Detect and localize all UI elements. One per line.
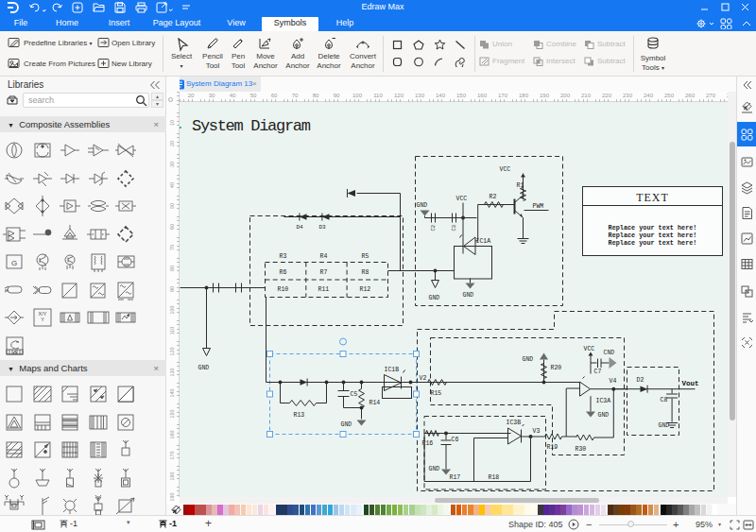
- svg-text:V3: V3: [533, 428, 541, 435]
- svg-text:R16: R16: [422, 440, 434, 447]
- svg-text:R7: R7: [320, 269, 328, 276]
- svg-text:R12: R12: [360, 286, 371, 293]
- svg-text:VCC: VCC: [584, 346, 595, 352]
- svg-text:GND: GND: [598, 412, 610, 419]
- svg-text:R14: R14: [369, 400, 381, 406]
- svg-text:R2: R2: [490, 194, 497, 200]
- svg-text:C3: C3: [451, 225, 457, 232]
- svg-text:Replace your text here!: Replace your text here!: [609, 224, 697, 232]
- svg-text:R18: R18: [489, 474, 500, 481]
- svg-text:GND: GND: [417, 202, 428, 209]
- svg-text:R4: R4: [320, 253, 328, 260]
- svg-text:R15: R15: [431, 390, 442, 397]
- svg-text:R13: R13: [294, 412, 305, 419]
- svg-text:CND: CND: [604, 350, 615, 356]
- svg-text:GND: GND: [198, 365, 210, 371]
- svg-text:R3: R3: [280, 253, 287, 260]
- svg-text:R30: R30: [576, 446, 587, 453]
- svg-text:Replace your text here!: Replace your text here!: [609, 232, 697, 239]
- svg-text:R10: R10: [278, 286, 289, 293]
- svg-text:GND: GND: [659, 422, 670, 429]
- svg-text:R11: R11: [318, 286, 330, 293]
- svg-text:G: G: [11, 259, 17, 267]
- svg-text:C8: C8: [661, 397, 668, 403]
- svg-text:Replace your text here!: Replace your text here!: [609, 239, 697, 247]
- svg-text:D4: D4: [297, 224, 304, 231]
- svg-text:R1: R1: [517, 182, 524, 189]
- svg-text:IC1A: IC1A: [476, 238, 491, 245]
- svg-text:VCC: VCC: [500, 166, 511, 173]
- svg-text:R19: R19: [547, 444, 558, 451]
- svg-text:R20: R20: [551, 365, 562, 371]
- svg-text:R8: R8: [362, 269, 369, 276]
- svg-text:PWM: PWM: [533, 203, 544, 210]
- svg-text:V2: V2: [420, 375, 427, 382]
- svg-text:Y: Y: [41, 317, 44, 322]
- svg-text:GND: GND: [429, 466, 440, 472]
- svg-text:IC3B: IC3B: [507, 420, 522, 426]
- svg-text:D3: D3: [319, 224, 327, 231]
- svg-text:TEXT: TEXT: [636, 191, 669, 204]
- svg-text:GND: GND: [429, 295, 440, 301]
- svg-text:GND: GND: [463, 292, 474, 299]
- svg-text:C6: C6: [452, 437, 459, 443]
- svg-text:D2: D2: [637, 377, 644, 384]
- svg-text:R6: R6: [280, 269, 287, 276]
- svg-text:V4: V4: [610, 378, 617, 385]
- svg-text:R17: R17: [450, 474, 461, 481]
- svg-text:GND: GND: [523, 356, 534, 363]
- svg-text:IC1B: IC1B: [385, 367, 400, 373]
- svg-text:C2: C2: [430, 225, 437, 232]
- svg-text:GND: GND: [341, 421, 352, 428]
- svg-text:IC3A: IC3A: [596, 398, 611, 404]
- svg-text:C7: C7: [594, 369, 602, 375]
- svg-text:R5: R5: [362, 253, 369, 260]
- svg-text:C5: C5: [351, 391, 358, 398]
- svg-text:VCC: VCC: [456, 196, 468, 202]
- svg-text:Vout: Vout: [682, 380, 699, 387]
